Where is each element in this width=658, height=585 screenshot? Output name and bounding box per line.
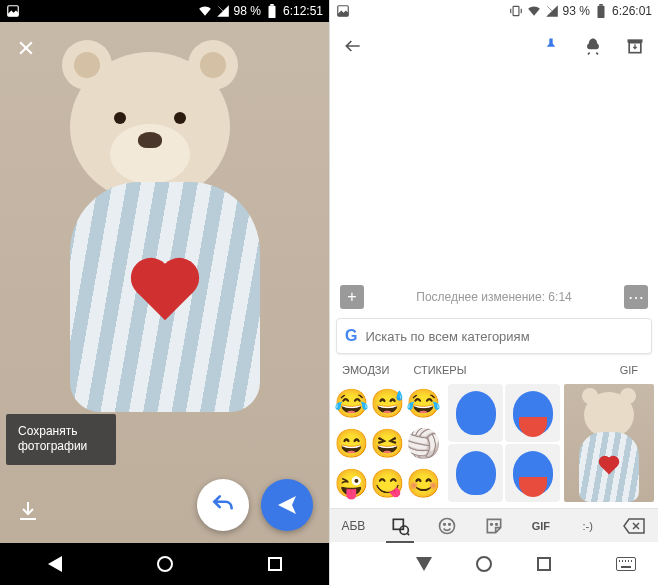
kb-smiley-icon[interactable] [427, 511, 467, 541]
add-button[interactable]: + [340, 285, 364, 309]
emoji-grid: 😂 😅 😂 😄 😆 🏐 😜 😋 😊 [330, 384, 444, 504]
battery-icon [594, 4, 608, 18]
signal-icon [216, 4, 230, 18]
nav-bar-left [0, 543, 329, 585]
svg-point-21 [491, 523, 493, 525]
status-bar-left: 98 % 6:12:51 [0, 0, 329, 22]
close-button[interactable] [14, 36, 38, 60]
gif-thumbnail[interactable] [564, 384, 654, 502]
nav-recent[interactable] [268, 557, 282, 571]
send-button[interactable] [261, 479, 313, 531]
undo-button[interactable] [197, 479, 249, 531]
emoji-item[interactable]: 😜 [334, 464, 368, 502]
svg-point-18 [440, 518, 455, 533]
svg-rect-12 [599, 4, 603, 6]
download-button[interactable] [16, 499, 42, 525]
status-bar-right: 93 % 6:26:01 [330, 0, 658, 22]
nav-bar-right [330, 543, 658, 585]
kb-abc[interactable]: АБВ [333, 511, 373, 541]
image-indicator-icon [336, 4, 350, 18]
nav-back[interactable] [48, 556, 62, 572]
battery-icon [265, 4, 279, 18]
vibrate-icon [509, 4, 523, 18]
svg-point-22 [496, 523, 498, 525]
kb-recent-icon[interactable] [380, 511, 420, 541]
svg-rect-3 [270, 4, 274, 6]
svg-rect-11 [597, 6, 604, 18]
svg-rect-15 [394, 519, 404, 529]
svg-point-19 [444, 523, 446, 525]
emoji-item[interactable]: 😂 [406, 384, 440, 422]
archive-button[interactable] [624, 35, 646, 57]
emoji-item[interactable]: 😆 [370, 424, 404, 462]
note-meta-row: + Последнее изменение: 6:14 ⋯ [330, 280, 658, 314]
kb-sticker-icon[interactable] [474, 511, 514, 541]
clock: 6:26:01 [612, 4, 652, 18]
sticker-grid [444, 384, 564, 504]
nav-back[interactable] [416, 557, 432, 571]
pin-button[interactable] [540, 35, 562, 57]
image-indicator-icon [6, 4, 20, 18]
battery-percent: 93 % [563, 4, 590, 18]
nav-recent[interactable] [537, 557, 551, 571]
nav-keyboard-icon[interactable] [616, 557, 636, 571]
sticker-item[interactable] [505, 444, 560, 502]
emoji-item[interactable]: 😄 [334, 424, 368, 462]
signal-icon [545, 4, 559, 18]
kb-text-emoticon[interactable]: :-) [568, 511, 608, 541]
battery-percent: 98 % [234, 4, 261, 18]
svg-line-17 [408, 533, 410, 535]
clock: 6:12:51 [283, 4, 323, 18]
more-button[interactable]: ⋯ [624, 285, 648, 309]
emoji-item[interactable]: 😋 [370, 464, 404, 502]
tab-stickers[interactable]: СТИКЕРЫ [401, 358, 478, 384]
last-edit-label: Последнее изменение: 6:14 [364, 290, 624, 304]
google-logo-icon: G [345, 327, 357, 345]
sticker-item[interactable] [505, 384, 560, 442]
tab-gif[interactable]: GIF [608, 358, 658, 384]
wifi-icon [198, 4, 212, 18]
back-button[interactable] [342, 35, 364, 57]
svg-rect-7 [513, 6, 519, 15]
svg-rect-2 [268, 6, 275, 18]
tab-emoji[interactable]: ЭМОДЗИ [330, 358, 401, 384]
nav-home[interactable] [157, 556, 173, 572]
reminder-button[interactable] [582, 35, 604, 57]
app-bar [330, 22, 658, 70]
search-input[interactable] [365, 329, 643, 344]
right-screenshot: 93 % 6:26:01 + Последнее изменение: 6:14… [329, 0, 658, 585]
kb-gif[interactable]: GIF [521, 511, 561, 541]
wifi-icon [527, 4, 541, 18]
left-screenshot: 98 % 6:12:51 Сохранять фотографии [0, 0, 329, 585]
keyboard-bottom-row: АБВ GIF :-) [330, 508, 658, 542]
category-content[interactable]: 😂 😅 😂 😄 😆 🏐 😜 😋 😊 [330, 384, 658, 504]
nav-home[interactable] [476, 556, 492, 572]
kb-backspace-icon[interactable] [614, 511, 654, 541]
emoji-item[interactable]: 🏐 [406, 424, 440, 462]
emoji-item[interactable]: 😊 [406, 464, 440, 502]
category-tabs: ЭМОДЗИ СТИКЕРЫ GIF [330, 358, 658, 384]
save-photos-tooltip: Сохранять фотографии [6, 414, 116, 465]
sticker-item[interactable] [448, 444, 503, 502]
search-bar[interactable]: G [336, 318, 652, 354]
emoji-item[interactable]: 😂 [334, 384, 368, 422]
sticker-item[interactable] [448, 384, 503, 442]
svg-point-20 [449, 523, 451, 525]
emoji-item[interactable]: 😅 [370, 384, 404, 422]
